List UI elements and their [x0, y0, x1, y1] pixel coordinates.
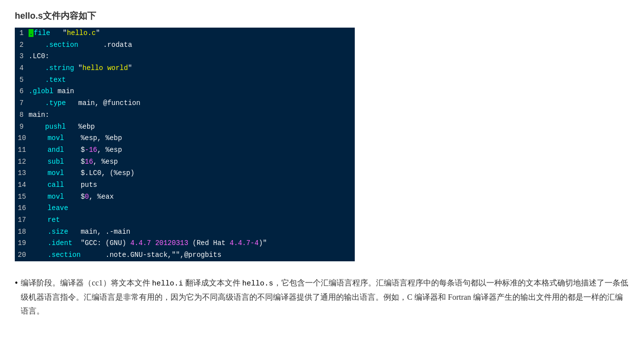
line-number: 10 — [15, 133, 31, 144]
code-line: 16 leave — [15, 203, 355, 214]
line-code: .LC0: — [29, 51, 355, 62]
line-code: .type main, @function — [29, 98, 355, 109]
line-number: 17 — [15, 215, 31, 226]
line-number: 2 — [15, 40, 29, 51]
line-code: .section .rodata — [29, 40, 355, 51]
line-number: 18 — [15, 227, 31, 238]
paragraph-text: 编译阶段。编译器（cc1）将文本文件 hello.i 翻译成文本文件 hello… — [21, 276, 629, 318]
code-line: 15 movl $0, %eax — [15, 191, 355, 203]
line-number: 7 — [15, 98, 29, 109]
line-number: 3 — [15, 51, 29, 62]
bullet-paragraph: • 编译阶段。编译器（cc1）将文本文件 hello.i 翻译成文本文件 hel… — [15, 276, 629, 318]
code-line: 3.LC0: — [15, 51, 355, 63]
line-code: movl $.LC0, (%esp) — [31, 168, 355, 179]
line-code: .globl main — [29, 86, 355, 97]
line-number: 15 — [15, 192, 31, 203]
line-number: 14 — [15, 180, 31, 191]
code-block: 1.file "hello.c"2 .section .rodata3.LC0:… — [15, 28, 355, 261]
code-line: 8main: — [15, 109, 355, 121]
line-number: 20 — [15, 250, 31, 261]
code-line: 12 subl $16, %esp — [15, 156, 355, 168]
line-number: 13 — [15, 168, 31, 179]
description-section: • 编译阶段。编译器（cc1）将文本文件 hello.i 翻译成文本文件 hel… — [15, 276, 629, 318]
code-line: 6.globl main — [15, 86, 355, 98]
line-code: movl %esp, %ebp — [31, 133, 355, 144]
line-number: 4 — [15, 63, 29, 74]
line-number: 16 — [15, 203, 31, 214]
line-code: .size main, .-main — [31, 227, 355, 238]
code-line: 17 ret — [15, 214, 355, 226]
code-line: 11 andl $-16, %esp — [15, 144, 355, 156]
line-number: 9 — [15, 122, 29, 133]
bullet-point: • — [15, 276, 18, 290]
line-number: 5 — [15, 75, 29, 86]
line-code: .ident "GCC: (GNU) 4.4.7 20120313 (Red H… — [31, 238, 355, 249]
line-code: .text — [29, 75, 355, 86]
code-line: 18 .size main, .-main — [15, 226, 355, 238]
inline-code: hello.i — [152, 280, 183, 288]
code-line: 13 movl $.LC0, (%esp) — [15, 168, 355, 179]
line-code: subl $16, %esp — [31, 157, 355, 168]
code-line: 2 .section .rodata — [15, 39, 355, 51]
line-code: leave — [31, 203, 355, 214]
code-line: 10 movl %esp, %ebp — [15, 133, 355, 144]
line-number: 19 — [15, 238, 31, 249]
line-code: andl $-16, %esp — [31, 145, 355, 156]
line-number: 1 — [15, 28, 29, 39]
line-code: ret — [31, 215, 355, 226]
line-number: 12 — [15, 157, 31, 168]
line-code: .section .note.GNU-stack,"",@progbits — [31, 250, 355, 261]
line-number: 6 — [15, 86, 29, 97]
line-code: .file "hello.c" — [29, 28, 355, 39]
line-code: call puts — [31, 180, 355, 191]
line-code: .string "hello world" — [29, 63, 355, 74]
page-title: hello.s文件内容如下 — [15, 10, 629, 22]
code-line: 5 .text — [15, 74, 355, 86]
line-code: main: — [29, 110, 355, 121]
inline-code: hello.s — [242, 280, 273, 288]
code-line: 7 .type main, @function — [15, 98, 355, 109]
line-code: movl $0, %eax — [31, 192, 355, 203]
code-line: 9 pushl %ebp — [15, 121, 355, 133]
code-line: 4 .string "hello world" — [15, 63, 355, 74]
line-code: pushl %ebp — [29, 122, 355, 133]
code-line: 1.file "hello.c" — [15, 28, 355, 39]
code-line: 19 .ident "GCC: (GNU) 4.4.7 20120313 (Re… — [15, 238, 355, 249]
line-number: 8 — [15, 110, 29, 121]
code-line: 20 .section .note.GNU-stack,"",@progbits — [15, 249, 355, 261]
line-number: 11 — [15, 145, 31, 156]
code-line: 14 call puts — [15, 179, 355, 191]
